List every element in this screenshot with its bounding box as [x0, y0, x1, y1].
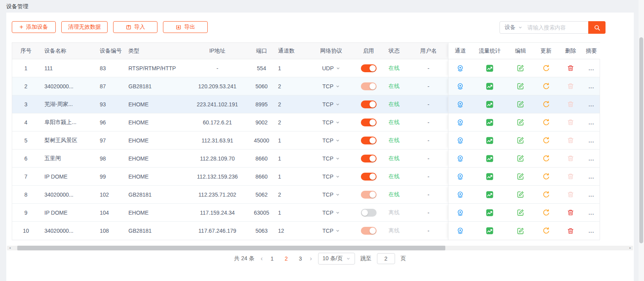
- scroll-left-arrow-icon[interactable]: ◂: [7, 246, 13, 250]
- enable-toggle[interactable]: [361, 100, 377, 108]
- table-row[interactable]: 2 34020000... 87 GB28181 120.209.53.241 …: [12, 77, 600, 95]
- refresh-icon[interactable]: [542, 64, 550, 72]
- enable-toggle[interactable]: [361, 64, 377, 72]
- summary-ellipsis-icon[interactable]: ...: [589, 65, 595, 71]
- clean-invalid-data-button[interactable]: 清理无效数据: [61, 21, 108, 33]
- enable-toggle[interactable]: [361, 82, 377, 90]
- summary-ellipsis-icon[interactable]: ...: [589, 155, 595, 162]
- traffic-stats-icon[interactable]: [486, 64, 494, 72]
- summary-ellipsis-icon[interactable]: ...: [589, 228, 595, 234]
- prev-page-button[interactable]: ‹: [260, 255, 263, 262]
- edit-icon[interactable]: [517, 191, 524, 198]
- refresh-icon[interactable]: [542, 191, 550, 199]
- channel-webcam-icon[interactable]: [456, 227, 464, 235]
- edit-icon[interactable]: [517, 119, 524, 126]
- page-number-1[interactable]: 1: [269, 255, 275, 262]
- protocol-select[interactable]: TCP: [305, 222, 358, 240]
- delete-icon[interactable]: [567, 227, 574, 235]
- refresh-icon[interactable]: [542, 137, 550, 144]
- delete-icon[interactable]: [567, 155, 574, 162]
- protocol-select[interactable]: TCP: [305, 113, 358, 131]
- refresh-icon[interactable]: [542, 155, 550, 162]
- horizontal-scroll-track[interactable]: [13, 246, 628, 250]
- export-button[interactable]: 导出: [163, 21, 208, 33]
- traffic-stats-icon[interactable]: [486, 119, 494, 126]
- delete-icon[interactable]: [567, 64, 574, 72]
- protocol-select[interactable]: TCP: [305, 95, 358, 113]
- refresh-icon[interactable]: [542, 119, 550, 126]
- table-row[interactable]: 3 芜湖-周家... 93 EHOME 223.241.102.191 8995…: [12, 95, 600, 113]
- protocol-select[interactable]: TCP: [305, 186, 358, 203]
- enable-toggle[interactable]: [361, 155, 377, 162]
- summary-ellipsis-icon[interactable]: ...: [589, 101, 595, 108]
- enable-toggle[interactable]: [361, 137, 377, 144]
- traffic-stats-icon[interactable]: [486, 191, 494, 199]
- search-input[interactable]: [527, 24, 588, 31]
- refresh-icon[interactable]: [542, 100, 550, 108]
- table-row[interactable]: 9 IP DOME 104 EHOME 117.159.24.34 63005 …: [12, 204, 600, 222]
- jump-page-input[interactable]: [377, 253, 395, 264]
- protocol-select[interactable]: UDP: [305, 59, 358, 77]
- scroll-right-arrow-icon[interactable]: ▸: [628, 246, 633, 250]
- page-size-select[interactable]: 10 条/页: [318, 253, 355, 265]
- traffic-stats-icon[interactable]: [486, 155, 494, 162]
- traffic-stats-icon[interactable]: [486, 100, 494, 108]
- delete-icon[interactable]: [567, 137, 574, 144]
- table-row[interactable]: 7 IP DOME 99 EHOME 112.132.159.236 8660 …: [12, 168, 600, 186]
- protocol-select[interactable]: TCP: [305, 131, 358, 149]
- channel-webcam-icon[interactable]: [456, 64, 464, 72]
- table-row[interactable]: 8 34020000... 102 GB28181 112.235.71.202…: [12, 186, 600, 204]
- traffic-stats-icon[interactable]: [486, 227, 494, 235]
- protocol-select[interactable]: TCP: [305, 168, 358, 185]
- channel-webcam-icon[interactable]: [456, 137, 464, 144]
- refresh-icon[interactable]: [542, 227, 550, 235]
- protocol-select[interactable]: TCP: [305, 204, 358, 221]
- traffic-stats-icon[interactable]: [486, 173, 494, 181]
- protocol-select[interactable]: TCP: [305, 150, 358, 167]
- refresh-icon[interactable]: [542, 173, 550, 181]
- channel-webcam-icon[interactable]: [456, 173, 464, 181]
- horizontal-scroll-thumb[interactable]: [17, 246, 445, 250]
- delete-icon[interactable]: [567, 82, 574, 90]
- refresh-icon[interactable]: [542, 82, 550, 90]
- page-scroll-thumb[interactable]: [639, 37, 643, 243]
- traffic-stats-icon[interactable]: [486, 82, 494, 90]
- protocol-select[interactable]: TCP: [305, 77, 358, 95]
- delete-icon[interactable]: [567, 191, 574, 198]
- import-button[interactable]: 导入: [113, 21, 157, 33]
- edit-icon[interactable]: [517, 137, 524, 144]
- enable-toggle[interactable]: [361, 227, 377, 235]
- add-device-button[interactable]: + 添加设备: [12, 21, 56, 33]
- edit-icon[interactable]: [517, 209, 524, 216]
- enable-toggle[interactable]: [361, 119, 377, 126]
- table-row[interactable]: 1 111 83 RTSP/RTMP/HTTP - 554 1 UDP 在线 -: [12, 59, 600, 77]
- enable-toggle[interactable]: [361, 191, 377, 199]
- delete-icon[interactable]: [567, 119, 574, 126]
- delete-icon[interactable]: [567, 173, 574, 180]
- edit-icon[interactable]: [517, 100, 524, 108]
- enable-toggle[interactable]: [361, 173, 377, 181]
- channel-webcam-icon[interactable]: [456, 119, 464, 126]
- summary-ellipsis-icon[interactable]: ...: [589, 119, 595, 126]
- table-row[interactable]: 4 阜阳市颍上... 96 EHOME 60.172.6.21 9002 2 T…: [12, 113, 600, 131]
- summary-ellipsis-icon[interactable]: ...: [589, 192, 595, 198]
- page-number-3[interactable]: 3: [297, 255, 304, 262]
- table-row[interactable]: 6 五里闸 98 EHOME 112.28.109.70 8660 1 TCP …: [12, 150, 600, 168]
- delete-icon[interactable]: [567, 100, 574, 108]
- page-number-2[interactable]: 2: [283, 255, 289, 262]
- edit-icon[interactable]: [517, 227, 524, 235]
- traffic-stats-icon[interactable]: [486, 137, 494, 144]
- summary-ellipsis-icon[interactable]: ...: [589, 137, 595, 144]
- summary-ellipsis-icon[interactable]: ...: [589, 173, 595, 180]
- channel-webcam-icon[interactable]: [456, 155, 464, 162]
- edit-icon[interactable]: [517, 173, 524, 180]
- search-button[interactable]: [588, 21, 606, 34]
- table-row[interactable]: 5 梨树王风景区 97 EHOME 112.31.63.91 45000 1 T…: [12, 131, 600, 150]
- channel-webcam-icon[interactable]: [456, 191, 464, 199]
- next-page-button[interactable]: ›: [309, 255, 313, 262]
- refresh-icon[interactable]: [542, 209, 550, 217]
- summary-ellipsis-icon[interactable]: ...: [589, 210, 595, 216]
- channel-webcam-icon[interactable]: [456, 82, 464, 90]
- edit-icon[interactable]: [517, 64, 524, 72]
- table-row[interactable]: 10 34020000... 108 GB28181 117.67.246.17…: [12, 222, 600, 240]
